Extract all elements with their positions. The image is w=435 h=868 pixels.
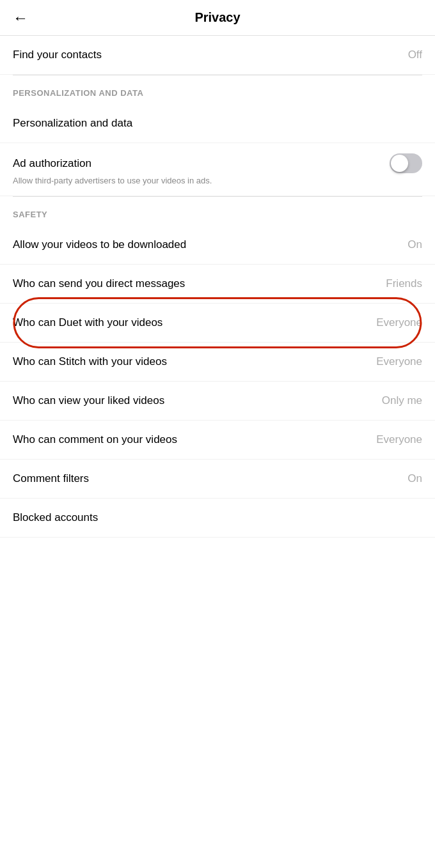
personalization-data-label: Personalization and data <box>13 117 132 130</box>
duet-label: Who can Duet with your videos <box>13 316 162 329</box>
ad-authorization-subtitle: Allow third-party advertisers to use you… <box>13 176 422 185</box>
liked-videos-item[interactable]: Who can view your liked videos Only me <box>0 382 435 421</box>
header: ← Privacy <box>0 0 435 36</box>
allow-downloads-value: On <box>407 238 422 251</box>
allow-downloads-label: Allow your videos to be downloaded <box>13 238 186 251</box>
allow-downloads-item[interactable]: Allow your videos to be downloaded On <box>0 226 435 265</box>
toggle-knob <box>391 155 408 172</box>
blocked-accounts-item[interactable]: Blocked accounts <box>0 499 435 538</box>
ad-authorization-item[interactable]: Ad authorization Allow third-party adver… <box>0 143 435 196</box>
ad-authorization-toggle[interactable] <box>390 153 422 173</box>
personalization-section-header: PERSONALIZATION AND DATA <box>0 75 435 104</box>
comment-filters-label: Comment filters <box>13 472 89 485</box>
ad-authorization-row: Ad authorization <box>13 153 422 173</box>
liked-videos-value: Only me <box>382 394 422 407</box>
blocked-accounts-label: Blocked accounts <box>13 511 98 524</box>
find-contacts-item[interactable]: Find your contacts Off <box>0 36 435 75</box>
direct-messages-value: Friends <box>386 277 422 290</box>
back-button[interactable]: ← <box>13 9 28 27</box>
safety-section-header: SAFETY <box>0 197 435 226</box>
stitch-value: Everyone <box>376 355 422 368</box>
duet-item[interactable]: Who can Duet with your videos Everyone <box>0 304 435 343</box>
stitch-item[interactable]: Who can Stitch with your videos Everyone <box>0 343 435 382</box>
liked-videos-label: Who can view your liked videos <box>13 394 164 407</box>
page-title: Privacy <box>194 10 240 25</box>
direct-messages-item[interactable]: Who can send you direct messages Friends <box>0 265 435 304</box>
comment-item[interactable]: Who can comment on your videos Everyone <box>0 421 435 460</box>
comment-value: Everyone <box>376 433 422 446</box>
stitch-label: Who can Stitch with your videos <box>13 355 167 368</box>
comment-filters-item[interactable]: Comment filters On <box>0 460 435 499</box>
comment-filters-value: On <box>407 472 422 485</box>
find-contacts-value: Off <box>408 49 422 61</box>
find-contacts-label: Find your contacts <box>13 49 102 61</box>
comment-label: Who can comment on your videos <box>13 433 177 446</box>
direct-messages-label: Who can send you direct messages <box>13 277 185 290</box>
duet-value: Everyone <box>376 316 422 329</box>
personalization-data-item[interactable]: Personalization and data <box>0 104 435 143</box>
ad-authorization-label: Ad authorization <box>13 157 91 170</box>
